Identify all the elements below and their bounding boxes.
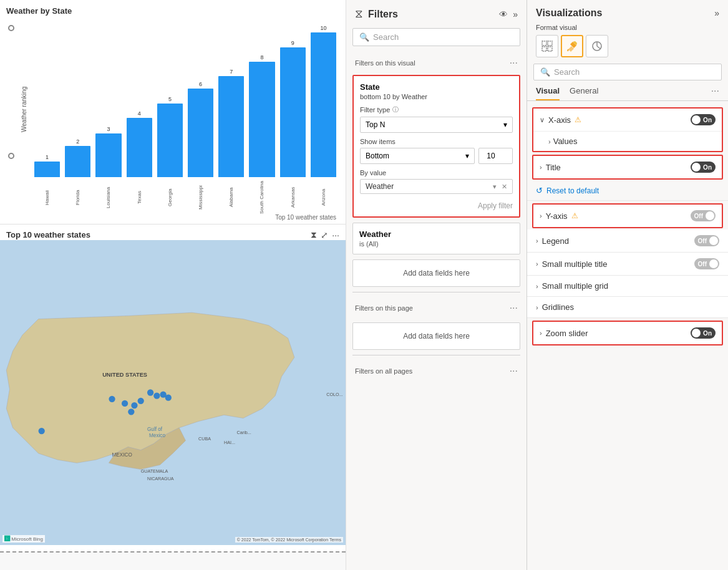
map-section: Top 10 weather states ⧗ ⤢ ··· Gulf of Me…	[0, 225, 346, 551]
smg-chevron: ›	[536, 283, 538, 290]
weather-filter-title: Weather	[359, 229, 513, 239]
divider	[352, 292, 520, 292]
title-row[interactable]: › Title On	[533, 156, 722, 178]
filters-panel: ⧖ Filters 👁 » 🔍 Search Filters on this v…	[346, 0, 527, 570]
tab-general[interactable]: General	[570, 86, 598, 100]
legend-toggle[interactable]: Off	[694, 235, 719, 246]
bar-chart-section: Weather by State Weather ranking 1	[0, 0, 346, 225]
small-multiple-grid-section[interactable]: › Small multiple grid	[527, 276, 728, 297]
bar-group: 8	[249, 54, 274, 177]
left-panel: Weather by State Weather ranking 1	[0, 0, 346, 570]
zoom-slider-row[interactable]: › Zoom slider On	[533, 322, 722, 344]
expand-icon[interactable]: ⤢	[321, 230, 328, 240]
gridlines-section[interactable]: › Gridlines	[527, 297, 728, 318]
y-axis-section: › Y-axis ⚠ Off	[532, 203, 723, 228]
bar-group: 1	[34, 154, 60, 177]
bar-louisiana[interactable]	[95, 133, 121, 177]
y-axis-row[interactable]: › Y-axis ⚠ Off	[533, 205, 722, 227]
zoom-toggle[interactable]: On	[691, 327, 716, 339]
bar-alabama[interactable]	[218, 76, 244, 177]
svg-text:Mexico: Mexico	[149, 433, 165, 438]
chevron-right-icon[interactable]: »	[513, 9, 518, 19]
filter-icon[interactable]: ⧗	[311, 229, 317, 240]
reset-to-default-row[interactable]: ↺ Reset to default	[527, 181, 728, 201]
bar-sc[interactable]	[249, 62, 274, 177]
svg-point-10	[109, 396, 115, 402]
smg-label: Small multiple grid	[542, 281, 608, 291]
filters-on-page-dots[interactable]: ···	[510, 302, 518, 314]
x-labels: Hawaii Florida Louisiana Texas Georgia M…	[31, 177, 339, 218]
more-options-icon[interactable]: ···	[332, 230, 339, 240]
smt-toggle[interactable]: Off	[694, 258, 719, 269]
svg-point-13	[153, 393, 160, 399]
viz-expand-icon[interactable]: »	[714, 8, 719, 18]
eye-icon[interactable]: 👁	[499, 9, 508, 19]
tab-visual[interactable]: Visual	[536, 86, 560, 100]
y-axis-toggle[interactable]: Off	[691, 210, 716, 221]
section-dots-icon[interactable]: ···	[510, 57, 518, 69]
bar-arizona[interactable]	[311, 32, 336, 177]
add-data-fields-page[interactable]: Add data fields here	[352, 322, 520, 350]
svg-text:HAI...: HAI...	[224, 440, 235, 445]
bar-group: 5	[157, 96, 183, 177]
values-sub-row[interactable]: › Values	[533, 131, 722, 151]
svg-rect-24	[548, 47, 552, 51]
bar-group: 10	[311, 25, 336, 177]
y-axis-warning-icon: ⚠	[571, 211, 578, 220]
bar-florida[interactable]	[65, 146, 90, 177]
filters-on-visual-header: Filters on this visual ···	[346, 52, 527, 72]
bar-mississippi[interactable]	[188, 89, 213, 177]
bar-group: 2	[65, 138, 90, 177]
chart-inner: 1 2 3 4 5	[31, 19, 339, 200]
state-filter-card: State bottom 10 by Weather Filter type ⓘ…	[352, 75, 520, 218]
y-axis-label: Y-axis	[546, 211, 568, 221]
bars-area: 1 2 3 4 5	[31, 19, 339, 177]
title-label: Title	[546, 163, 561, 172]
bar-group: 3	[95, 126, 121, 177]
direction-dropdown[interactable]: Bottom ▾	[360, 148, 475, 164]
grid-icon-btn[interactable]	[536, 35, 558, 57]
analytics-icon-btn[interactable]	[586, 35, 608, 57]
bar-texas[interactable]	[127, 118, 152, 177]
apply-filter-btn[interactable]: Apply filter	[360, 200, 513, 210]
state-filter-subtitle: bottom 10 by Weather	[360, 93, 513, 100]
count-input[interactable]	[478, 148, 513, 164]
viz-search-box[interactable]: 🔍 Search	[533, 64, 722, 80]
viz-title: Visualizations	[536, 7, 602, 19]
x-axis-chevron: ∨	[540, 116, 545, 124]
add-data-fields-visual[interactable]: Add data fields here	[352, 259, 520, 287]
map-toolbar: ⧗ ⤢ ···	[311, 229, 339, 240]
title-toggle[interactable]: On	[691, 162, 716, 173]
title-chevron: ›	[540, 163, 542, 171]
filters-search-box[interactable]: 🔍 Search	[352, 28, 520, 46]
x-axis-row[interactable]: ∨ X-axis ⚠ On	[533, 109, 722, 131]
title-section: › Title On	[532, 155, 723, 180]
clear-dropdown-icon[interactable]: ▾	[493, 183, 497, 191]
bar-georgia[interactable]	[157, 104, 183, 177]
map-container[interactable]: Gulf of Mexico UNITED STATES MEXICO CUBA…	[0, 240, 346, 545]
zoom-slider-section: › Zoom slider On	[532, 321, 723, 345]
remove-icon[interactable]: ✕	[502, 183, 507, 191]
filters-all-pages-dots[interactable]: ···	[510, 365, 518, 377]
bar-arkansas[interactable]	[280, 47, 306, 177]
dropdown-arrow: ▾	[503, 120, 507, 129]
format-icon-btn[interactable]	[561, 35, 583, 57]
filter-type-dropdown[interactable]: Top N ▾	[360, 117, 513, 133]
x-axis-toggle[interactable]: On	[691, 114, 716, 125]
svg-text:NICARAGUA: NICARAGUA	[147, 476, 174, 481]
filters-header: ⧖ Filters 👁 »	[346, 0, 527, 28]
chart-title: Weather by State	[6, 6, 339, 16]
y-axis-label: Weather ranking	[16, 19, 31, 200]
svg-text:Carib...: Carib...	[237, 430, 251, 435]
bar-hawaii[interactable]	[34, 162, 60, 177]
bar-group: 6	[188, 81, 213, 177]
svg-point-15	[165, 395, 172, 401]
svg-rect-22	[548, 41, 552, 46]
legend-section[interactable]: › Legend Off	[527, 229, 728, 253]
chart-container: Weather ranking 1 2 3	[6, 19, 339, 200]
svg-point-11	[138, 398, 144, 404]
tab-more-icon[interactable]: ···	[711, 85, 719, 100]
filter-type-label: Filter type ⓘ	[360, 105, 513, 114]
small-multiple-title-section[interactable]: › Small multiple title Off	[527, 253, 728, 276]
by-value-label: By value	[360, 169, 513, 176]
